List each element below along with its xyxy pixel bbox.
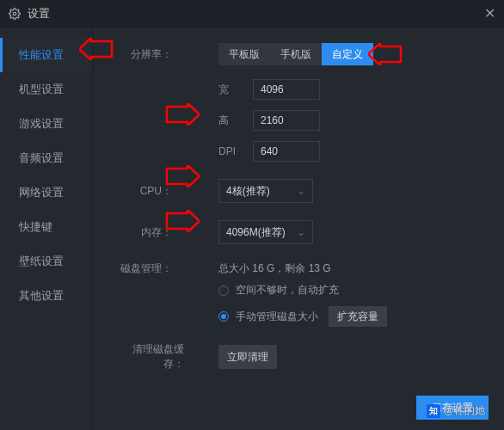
row-width: 宽 4096	[218, 79, 485, 100]
disk-info: 总大小 16 G，剩余 13 G	[218, 261, 331, 276]
radio-icon-selected	[218, 311, 229, 322]
content-panel: 分辨率： 平板版 手机版 自定义 宽 4096 高 2160 DPI	[93, 28, 504, 430]
memory-select[interactable]: 4096M(推荐) ⌄	[218, 220, 313, 244]
radio-auto-expand[interactable]: 空间不够时，自动扩充	[218, 283, 485, 298]
sidebar-item-shortcut[interactable]: 快捷键	[0, 210, 92, 244]
width-label: 宽	[218, 83, 248, 97]
row-dpi: DPI 640	[218, 141, 485, 162]
expand-capacity-button[interactable]: 扩充容量	[329, 306, 387, 327]
row-resolution: 分辨率： 平板版 手机版 自定义	[114, 43, 485, 65]
gear-icon	[9, 8, 21, 20]
sidebar-item-model[interactable]: 机型设置	[0, 72, 92, 107]
radio-icon	[218, 286, 229, 296]
sidebar-item-network[interactable]: 网络设置	[0, 175, 92, 210]
chevron-down-icon: ⌄	[297, 226, 305, 238]
row-cpu: CPU： 4核(推荐) ⌄	[114, 179, 485, 203]
resolution-segment: 平板版 手机版 自定义	[218, 43, 373, 65]
watermark: 知 知乎 @你的她	[427, 403, 485, 418]
row-height: 高 2160	[218, 110, 485, 131]
window-title: 设置	[28, 6, 50, 22]
window-body: 性能设置 机型设置 游戏设置 音频设置 网络设置 快捷键 壁纸设置 其他设置 分…	[0, 28, 504, 430]
clear-cache-label: 清理磁盘缓存：	[114, 342, 196, 372]
height-label: 高	[218, 114, 248, 128]
sidebar-item-audio[interactable]: 音频设置	[0, 141, 92, 175]
sidebar-item-game[interactable]: 游戏设置	[0, 107, 92, 141]
memory-label: 内存：	[114, 225, 184, 240]
width-input[interactable]: 4096	[253, 79, 320, 100]
row-memory: 内存： 4096M(推荐) ⌄	[114, 220, 485, 244]
row-clear-cache: 清理磁盘缓存： 立即清理	[114, 342, 485, 372]
svg-point-0	[13, 12, 16, 15]
disk-label: 磁盘管理：	[114, 261, 184, 276]
zhihu-logo-icon: 知	[427, 404, 440, 418]
sidebar-item-performance[interactable]: 性能设置	[0, 38, 92, 72]
tab-custom[interactable]: 自定义	[322, 43, 373, 65]
radio-manual-disk[interactable]: 手动管理磁盘大小 扩充容量	[218, 306, 485, 327]
tab-tablet[interactable]: 平板版	[218, 43, 270, 65]
resolution-label: 分辨率：	[114, 47, 184, 62]
sidebar-item-other[interactable]: 其他设置	[0, 279, 92, 313]
sidebar: 性能设置 机型设置 游戏设置 音频设置 网络设置 快捷键 壁纸设置 其他设置	[0, 28, 93, 430]
tab-phone[interactable]: 手机版	[270, 43, 322, 65]
row-disk: 磁盘管理： 总大小 16 G，剩余 13 G	[114, 261, 485, 276]
sidebar-item-wallpaper[interactable]: 壁纸设置	[0, 244, 92, 279]
dpi-input[interactable]: 640	[253, 141, 320, 162]
chevron-down-icon: ⌄	[297, 185, 305, 197]
settings-window: 设置 ✕ 性能设置 机型设置 游戏设置 音频设置 网络设置 快捷键 壁纸设置 其…	[0, 0, 504, 430]
dpi-label: DPI	[218, 145, 248, 157]
cpu-select[interactable]: 4核(推荐) ⌄	[218, 179, 313, 203]
close-icon[interactable]: ✕	[484, 5, 495, 22]
resolution-subrows: 宽 4096 高 2160 DPI 640	[218, 79, 485, 162]
height-input[interactable]: 2160	[253, 110, 320, 131]
cpu-label: CPU：	[114, 184, 184, 199]
titlebar: 设置 ✕	[0, 0, 504, 28]
clear-now-button[interactable]: 立即清理	[218, 345, 277, 369]
